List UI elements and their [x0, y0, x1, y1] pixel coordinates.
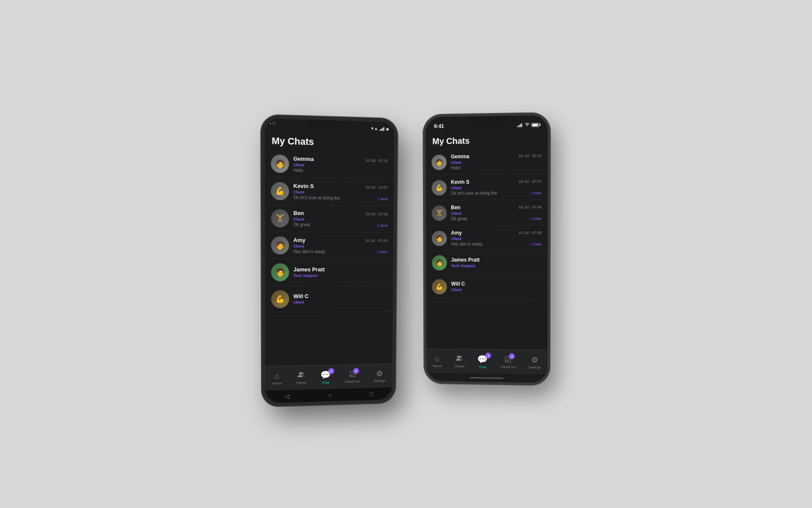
- iphone-wifi-icon: [524, 122, 529, 127]
- android-battery-icon: ▣: [386, 127, 389, 131]
- android-nav-clients[interactable]: Clients: [296, 371, 306, 384]
- android-status-left-icon: ●: [269, 121, 271, 125]
- android-settings-label: Settings: [373, 379, 385, 383]
- iphone-chat-header-will: Will C: [451, 281, 542, 287]
- iphone-chat-name-kevin: Kevin S: [451, 179, 469, 185]
- iphone-nav-checkins[interactable]: ☑ 2 Check Ins: [501, 355, 516, 369]
- iphone-chat-item-amy[interactable]: 🧑 Amy 10 Jul · 07:00 Client Hey diet is …: [426, 226, 548, 251]
- iphone-chat-info-will: Will C Client: [451, 281, 542, 293]
- android-bars-icon: [380, 127, 384, 131]
- iphone-status-bar: 9:41: [425, 115, 548, 133]
- android-preview-row-ben: Ok great. · 1 New: [294, 222, 388, 228]
- iphone-chat-tag-kevin: Client: [451, 185, 542, 190]
- android-back-button[interactable]: ◁: [285, 393, 290, 400]
- android-chat-list[interactable]: 🧑 Gemma 10 Jul · 07:12 Client Hello: [265, 150, 394, 366]
- iphone-chat-tag-ben: Client: [451, 211, 542, 215]
- android-chat-item-ben[interactable]: 🏋️ Ben 10 Jul · 07:06 Client Ok great. ·…: [265, 205, 393, 233]
- android-chat-badge: 3: [328, 368, 334, 374]
- iphone-chat-preview-amy: Hey diet is ready.: [451, 242, 483, 246]
- android-chat-time-kevin: 10 Jul · 07:07: [365, 185, 388, 190]
- iphone-chat-info-kevin: Kevin S 10 Jul · 07:07 Client Ok let's l…: [451, 178, 542, 196]
- android-signal-icon: ▼▲: [370, 126, 378, 131]
- android-chat-item-amy[interactable]: 🧑 Amy 10 Jul · 07:00 Client Hey diet is …: [265, 232, 393, 259]
- iphone-nav-chat[interactable]: 💬 3 Chat: [477, 354, 488, 369]
- android-avatar-will: 💪: [271, 290, 289, 308]
- iphone-chat-info-amy: Amy 10 Jul · 07:00 Client Hey diet is re…: [451, 230, 541, 246]
- android-nav-home[interactable]: ⌂ Home: [272, 372, 282, 385]
- iphone-chat-tag-will: Client: [451, 287, 542, 292]
- iphone-chat-item-will[interactable]: 💪 Will C Client: [426, 275, 547, 299]
- iphone-chat-preview-ben: Ok great.: [451, 216, 468, 221]
- android-new-badge-kevin: · 1 New: [375, 196, 388, 201]
- iphone-nav-home[interactable]: ⌂ Home: [433, 354, 442, 368]
- android-chat-item-james[interactable]: 🧑 James Pratt Tech Support: [265, 259, 393, 286]
- android-chat-tag-james: Tech Support: [294, 273, 387, 278]
- android-chat-name-ben: Ben: [294, 210, 304, 216]
- svg-point-3: [457, 355, 460, 358]
- iphone-chat-name-james: James Pratt: [451, 257, 480, 263]
- android-chat-item-kevin[interactable]: 💪 Kevin S 10 Jul · 07:07 Client Ok let's…: [265, 177, 394, 206]
- android-checkins-badge: 2: [353, 368, 359, 374]
- iphone-chat-header-ben: Ben 10 Jul · 07:06: [451, 204, 542, 210]
- android-clients-icon: [298, 371, 304, 380]
- iphone-chat-item-james[interactable]: 🧑 James Pratt Tech Support: [426, 251, 548, 275]
- android-avatar-amy: 🧑: [271, 236, 289, 254]
- android-chat-preview-amy: Hey diet is ready.: [294, 249, 326, 254]
- android-chat-info-ben: Ben 10 Jul · 07:06 Client Ok great. · 1 …: [294, 210, 388, 228]
- iphone-chat-time-kevin: 10 Jul · 07:07: [518, 179, 542, 184]
- android-chat-tag-ben: Client: [294, 217, 388, 222]
- iphone-chat-tag-james: Tech Support: [451, 264, 542, 268]
- android-chat-info-amy: Amy 10 Jul · 07:00 Client Hey diet is re…: [294, 237, 388, 254]
- android-nav-chat[interactable]: 💬 3 Chat: [321, 370, 331, 385]
- android-settings-icon: ⚙: [376, 369, 383, 378]
- android-chat-preview-kevin: Ok let's look at doing the: [294, 195, 340, 201]
- android-chat-name-kevin: Kevin S: [294, 182, 314, 189]
- iphone-settings-label: Settings: [529, 365, 541, 369]
- iphone-chat-time-ben: 10 Jul · 07:06: [518, 205, 542, 209]
- iphone-time: 9:41: [434, 123, 444, 129]
- android-nav-checkins[interactable]: ☑ 2 Check Ins: [345, 370, 359, 384]
- iphone-chat-preview-gemma: Hello: [451, 166, 461, 170]
- iphone-chat-list[interactable]: 🧑 Gemma 10 Jul · 07:12 Client Hello: [425, 148, 548, 350]
- android-app-header: My Chats: [265, 131, 394, 153]
- iphone-nav-clients[interactable]: Clients: [454, 354, 464, 368]
- android-home-button[interactable]: ○: [328, 392, 332, 398]
- scene: ● □ ▼▲ ▣ My Chats: [0, 0, 812, 508]
- android-preview-row-kevin: Ok let's look at doing the · 1 New: [294, 195, 388, 201]
- iphone-new-badge-amy: · 1 New: [529, 242, 542, 246]
- iphone-chat-item-kevin[interactable]: 💪 Kevin S 10 Jul · 07:07 Client Ok let's…: [426, 174, 548, 201]
- android-nav-settings[interactable]: ⚙ Settings: [373, 369, 385, 383]
- iphone-chat-item-ben[interactable]: 🏋️ Ben 10 Jul · 07:06 Client Ok great. ·…: [426, 200, 548, 226]
- svg-point-0: [299, 372, 302, 375]
- iphone-preview-row-amy: Hey diet is ready. · 1 New: [451, 242, 541, 246]
- iphone-chat-item-gemma[interactable]: 🧑 Gemma 10 Jul · 07:12 Client Hello: [425, 148, 548, 175]
- iphone-settings-icon: ⚙: [531, 355, 538, 364]
- iphone-chat-info-james: James Pratt Tech Support: [451, 257, 542, 269]
- android-recents-button[interactable]: □: [370, 391, 373, 398]
- android-chat-tag-will: Client: [294, 299, 387, 304]
- android-status-right-icons: ▼▲ ▣: [370, 126, 389, 131]
- svg-point-1: [301, 372, 303, 374]
- android-chat-item-will[interactable]: 💪 Will C Client: [265, 285, 393, 313]
- iphone-nav-settings[interactable]: ⚙ Settings: [529, 355, 541, 369]
- android-new-badge-amy: · 1 New: [375, 250, 387, 254]
- iphone-battery-icon: [532, 123, 539, 127]
- android-chat-tag-kevin: Client: [294, 190, 388, 196]
- android-avatar-gemma: 🧑: [271, 155, 289, 173]
- iphone-home-label: Home: [433, 364, 442, 367]
- iphone-avatar-will: 💪: [432, 279, 447, 294]
- android-chat-preview-ben: Ok great.: [294, 222, 311, 227]
- iphone-page-title: My Chats: [432, 135, 541, 146]
- android-avatar-james: 🧑: [271, 263, 289, 281]
- android-home-label: Home: [272, 381, 282, 385]
- iphone-chat-name-will: Will C: [451, 281, 465, 287]
- iphone-chat-badge: 3: [485, 353, 491, 359]
- iphone-chat-header-amy: Amy 10 Jul · 07:00: [451, 230, 541, 236]
- iphone-signal-icon: [517, 123, 522, 127]
- android-chat-info-kevin: Kevin S 10 Jul · 07:07 Client Ok let's l…: [294, 182, 388, 201]
- android-page-title: My Chats: [272, 135, 387, 149]
- android-avatar-kevin: 💪: [271, 182, 289, 201]
- iphone-checkins-badge: 2: [509, 353, 515, 359]
- android-chat-item-gemma[interactable]: 🧑 Gemma 10 Jul · 07:12 Client Hello: [265, 150, 394, 179]
- android-home-icon: ⌂: [274, 372, 279, 381]
